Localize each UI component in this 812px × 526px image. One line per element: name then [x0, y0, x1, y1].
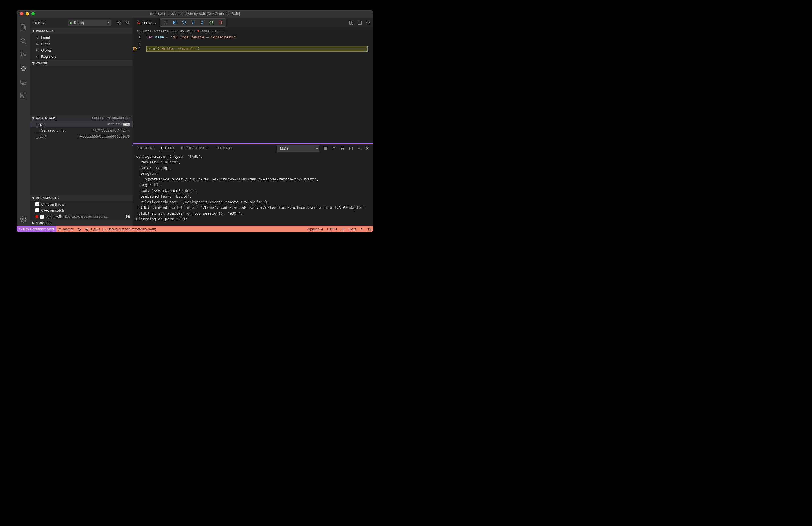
- svg-point-44: [59, 228, 59, 229]
- svg-line-12: [25, 70, 25, 71]
- more-actions-icon[interactable]: ⋯: [366, 20, 370, 25]
- stackframe-2[interactable]: _start @555555554c50..555555554c7b: [30, 133, 133, 140]
- problems-count[interactable]: 0 0: [83, 226, 102, 232]
- language-status[interactable]: Swift: [347, 227, 358, 231]
- debug-icon[interactable]: [16, 61, 30, 75]
- modules-header[interactable]: ▶MODULES: [30, 220, 133, 226]
- debug-settings-icon[interactable]: [117, 20, 121, 25]
- code-content[interactable]: let name = "VS Code Remote – Containers"…: [146, 34, 373, 143]
- tab-problems[interactable]: PROBLEMS: [136, 146, 155, 151]
- step-into-button[interactable]: [189, 19, 197, 26]
- maximize-panel-icon[interactable]: [357, 146, 361, 151]
- scope-static[interactable]: ▷Static: [30, 41, 133, 47]
- editor-area: main.s… ⠿ ⋯ Sources›: [133, 18, 373, 226]
- git-branch[interactable]: master: [56, 226, 75, 232]
- svg-point-27: [193, 24, 193, 25]
- restart-button[interactable]: [207, 19, 215, 26]
- compare-changes-icon[interactable]: [349, 20, 354, 25]
- line-gutter: 1 2 3: [133, 34, 146, 143]
- stop-button[interactable]: [216, 19, 224, 26]
- svg-point-2: [21, 39, 25, 43]
- debug-sidebar: DEBUG ▶ Debug ▾ ▶VARIABLES: [30, 18, 133, 226]
- debug-console-icon[interactable]: [125, 20, 129, 25]
- clear-output-icon[interactable]: [332, 146, 336, 151]
- start-debug-icon: ▶: [70, 21, 72, 25]
- notifications-icon[interactable]: [366, 227, 373, 231]
- tab-debug-console[interactable]: DEBUG CONSOLE: [181, 146, 210, 151]
- svg-rect-20: [24, 96, 26, 98]
- split-editor-icon[interactable]: [358, 20, 362, 25]
- svg-point-6: [25, 54, 26, 56]
- checkbox-icon[interactable]: ✓: [35, 202, 39, 206]
- tab-label: main.s…: [142, 20, 156, 25]
- debug-toolbar[interactable]: ⠿: [160, 18, 226, 27]
- svg-line-13: [22, 66, 23, 66]
- svg-point-35: [134, 48, 135, 49]
- breadcrumbs[interactable]: Sources› vscode-remote-try-swift› main.s…: [133, 28, 373, 34]
- svg-line-14: [25, 66, 25, 66]
- sidebar-title: DEBUG: [33, 21, 45, 25]
- breakpoints-header[interactable]: ▶BREAKPOINTS: [30, 195, 133, 201]
- debug-config-dropdown[interactable]: ▶ Debug ▾: [68, 20, 111, 26]
- debug-status[interactable]: ▷Debug (vscode-remote-try-swift): [102, 226, 158, 232]
- close-panel-icon[interactable]: [365, 146, 369, 151]
- editor-tabs: main.s… ⠿ ⋯: [133, 18, 373, 28]
- feedback-icon[interactable]: ☺: [358, 227, 366, 231]
- eol-status[interactable]: LF: [339, 227, 347, 231]
- callstack-body: main main.swift3:7 __libc_start_main @7f…: [30, 121, 133, 140]
- drag-handle-icon[interactable]: ⠿: [162, 19, 170, 26]
- indentation-status[interactable]: Spaces: 4: [306, 227, 325, 231]
- output-body[interactable]: configuration: { type: 'lldb', request: …: [133, 153, 373, 226]
- stackframe-1[interactable]: __libc_start_main @7ffff6b82ab0..7ffff6b…: [30, 127, 133, 133]
- watch-header[interactable]: ▶WATCH: [30, 60, 133, 66]
- breakpoint-2[interactable]: ✓ main.swift Sources/vscode-remote-try-s…: [30, 213, 133, 220]
- step-over-button[interactable]: [180, 19, 188, 26]
- variables-list: ▽Local ▷Static ▷Global ▷Registers: [30, 34, 133, 60]
- svg-point-23: [118, 22, 119, 23]
- callstack-status: PAUSED ON BREAKPOINT: [92, 116, 130, 119]
- open-log-icon[interactable]: [349, 146, 353, 151]
- stackframe-0[interactable]: main main.swift3:7: [30, 121, 133, 127]
- breakpoint-0[interactable]: ✓ C++: on throw: [30, 201, 133, 207]
- settings-gear-icon[interactable]: [16, 212, 30, 226]
- scope-registers[interactable]: ▷Registers: [30, 53, 133, 59]
- checkbox-icon[interactable]: ✓: [40, 215, 44, 218]
- output-channel-select[interactable]: LLDB: [277, 145, 319, 152]
- svg-point-29: [202, 24, 203, 25]
- svg-line-11: [22, 70, 23, 71]
- variables-header[interactable]: ▶VARIABLES: [30, 28, 133, 34]
- svg-rect-21: [24, 93, 26, 95]
- svg-point-4: [21, 52, 23, 54]
- continue-button[interactable]: [171, 19, 179, 26]
- swift-file-icon: [196, 29, 200, 32]
- tab-terminal[interactable]: TERMINAL: [216, 146, 233, 151]
- breakpoint-1[interactable]: C++: on catch: [30, 207, 133, 213]
- remote-explorer-icon[interactable]: [16, 75, 30, 89]
- source-control-icon[interactable]: [16, 48, 30, 61]
- callstack-header[interactable]: ▶CALL STACK PAUSED ON BREAKPOINT: [30, 115, 133, 121]
- code-editor[interactable]: 1 2 3 let name = "VS Code Remote – Conta…: [133, 34, 373, 143]
- scope-global[interactable]: ▷Global: [30, 47, 133, 53]
- watch-body[interactable]: [30, 66, 133, 115]
- step-out-button[interactable]: [198, 19, 206, 26]
- filter-icon[interactable]: [323, 146, 328, 151]
- extensions-icon[interactable]: [16, 89, 30, 102]
- svg-rect-19: [21, 96, 23, 98]
- tab-output[interactable]: OUTPUT: [161, 146, 175, 151]
- lock-scroll-icon[interactable]: [340, 146, 345, 151]
- titlebar: main.swift — vscode-remote-try-swift [De…: [16, 10, 373, 18]
- explorer-icon[interactable]: [16, 20, 30, 34]
- svg-point-45: [59, 230, 59, 230]
- scope-local[interactable]: ▽Local: [30, 34, 133, 41]
- search-icon[interactable]: [16, 34, 30, 48]
- svg-point-22: [23, 218, 24, 220]
- checkbox-icon[interactable]: [35, 208, 39, 212]
- remote-indicator[interactable]: Dev Container: Swift: [16, 226, 56, 232]
- swift-file-icon: [136, 21, 140, 25]
- tab-main-swift[interactable]: main.s…: [133, 18, 160, 28]
- window-title: main.swift — vscode-remote-try-swift [De…: [16, 12, 373, 16]
- activity-bar: [16, 18, 30, 226]
- encoding-status[interactable]: UTF-8: [325, 227, 339, 231]
- sync-button[interactable]: [75, 226, 83, 232]
- svg-rect-1: [22, 26, 26, 30]
